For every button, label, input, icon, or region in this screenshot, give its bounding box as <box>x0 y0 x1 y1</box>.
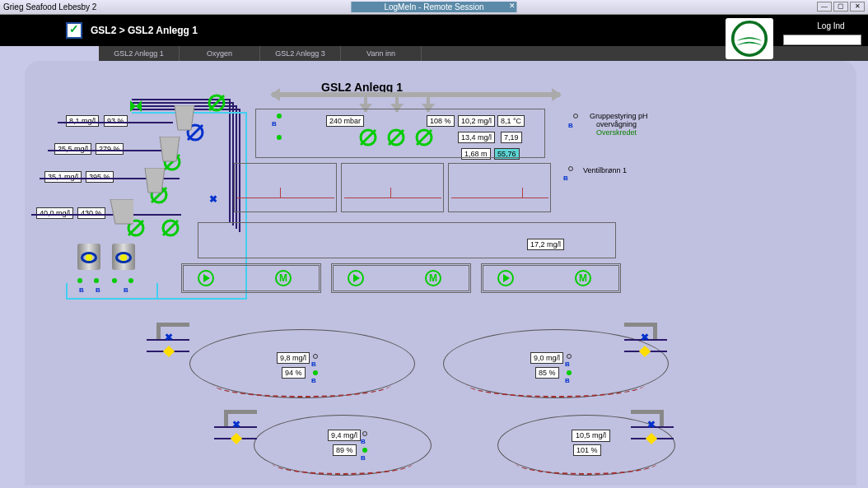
hopper-icon <box>107 199 133 232</box>
pump-icon[interactable] <box>348 270 364 286</box>
tank3-mgl: 9,4 mg/l <box>328 430 361 441</box>
svg-marker-24 <box>110 199 133 224</box>
svg-marker-26 <box>203 274 210 282</box>
group-label-1: Gruppestyring pH <box>590 112 648 120</box>
tank1-pct: 94 % <box>282 367 306 379</box>
group-label-2: overvågning <box>596 120 637 128</box>
tab-anlegg1[interactable]: GSL2 Anlegg 1 <box>99 46 180 61</box>
company-logo <box>726 18 773 59</box>
oval-tank <box>189 329 415 398</box>
tab-anlegg3[interactable]: GSL2 Anlegg 3 <box>260 46 341 61</box>
b-icon: B <box>79 286 84 294</box>
group-label-3: Overskredet <box>596 128 637 137</box>
svg-text:M: M <box>429 272 437 284</box>
b-icon: B <box>563 174 568 182</box>
tank4-pct: 101 % <box>573 444 601 456</box>
status-dot-icon <box>362 448 367 453</box>
reading-pct-3: 395 % <box>86 171 114 183</box>
motor-icon[interactable]: M <box>425 270 441 286</box>
reading-bottom-mgl: 17,2 mg/l <box>527 239 564 250</box>
level-line <box>522 188 523 198</box>
b-icon: B <box>96 286 100 294</box>
valve-icon[interactable] <box>130 100 142 112</box>
reading-mgl-2: 25,5 mg/l <box>54 143 91 155</box>
tank1-mgl: 9,8 mg/l <box>277 352 310 364</box>
status-dot-icon <box>112 278 117 283</box>
level-line <box>451 198 548 198</box>
svg-marker-30 <box>353 274 360 282</box>
login-button[interactable]: Log Ind <box>802 20 860 33</box>
pump-icon[interactable] <box>497 270 514 286</box>
level-line <box>280 188 281 198</box>
status-icon <box>362 431 367 436</box>
reading-pct-1: 93 % <box>104 115 128 127</box>
cylinder-tank <box>77 244 100 273</box>
window-title: Grieg Seafood Lebesby 2 <box>3 2 96 12</box>
svg-marker-22 <box>160 137 180 161</box>
reading-pct-4: 430 % <box>77 207 105 219</box>
svg-marker-2 <box>136 100 142 112</box>
pump-icon[interactable] <box>198 270 214 286</box>
hopper-icon <box>156 137 183 170</box>
tank2-pct: 85 % <box>535 367 559 379</box>
status-dot-icon <box>128 278 133 283</box>
actuator-icon[interactable] <box>208 94 226 112</box>
scada-canvas: GSL2 Anlegg 1 8,1 mg/l 93 % 25,5 mg/l 27… <box>25 61 856 486</box>
pipe <box>229 99 231 222</box>
svg-text:M: M <box>279 272 287 284</box>
level-line <box>344 198 441 198</box>
hopper-icon <box>142 168 168 201</box>
svg-marker-21 <box>175 105 194 130</box>
basin-block <box>341 163 444 212</box>
level-line <box>237 198 334 198</box>
minimize-button[interactable]: — <box>817 2 832 12</box>
hopper-icon <box>171 105 198 138</box>
status-dot-icon <box>313 370 318 375</box>
level-line <box>390 188 391 198</box>
maximize-button[interactable]: ▢ <box>833 2 848 12</box>
svg-marker-1 <box>130 100 136 112</box>
pipe <box>66 283 68 300</box>
status-icon <box>568 166 573 171</box>
login-input[interactable] <box>783 35 861 45</box>
status-dot-icon <box>77 278 82 283</box>
close-session-icon[interactable]: ✕ <box>509 2 516 10</box>
svg-marker-34 <box>503 274 510 282</box>
tank4-mgl: 10,5 mg/l <box>572 430 610 442</box>
close-button[interactable]: ✕ <box>850 2 865 12</box>
motor-icon[interactable]: M <box>275 270 292 286</box>
reading-mgl-1: 8,1 mg/l <box>66 115 99 127</box>
b-icon: B <box>311 377 316 384</box>
status-icon <box>567 354 572 359</box>
remote-session-badge: LogMeIn - Remote Session ✕ <box>351 2 516 12</box>
svg-text:M: M <box>579 272 587 284</box>
reading-mgl-4: 40,0 mg/l <box>36 207 73 219</box>
reading-mgl-3: 35,1 mg/l <box>44 171 82 183</box>
tank3-pct: 89 % <box>333 444 357 456</box>
cylinder-tank <box>112 244 135 273</box>
pipe <box>31 214 181 216</box>
b-icon: B <box>565 360 570 368</box>
status-dot-icon <box>94 278 99 283</box>
b-icon: B <box>568 122 573 129</box>
valve-closed-icon[interactable]: ✖ <box>209 196 217 204</box>
vent-label: Ventilbrønn 1 <box>583 166 627 174</box>
motor-icon[interactable]: M <box>575 270 591 286</box>
tank2-mgl: 9,0 mg/l <box>530 352 563 364</box>
b-icon: B <box>124 286 128 294</box>
actuator-icon[interactable] <box>161 219 180 237</box>
pipe <box>156 283 158 300</box>
status-icon <box>313 354 318 359</box>
b-icon: B <box>361 454 366 462</box>
basin-block <box>234 163 337 212</box>
app-icon <box>66 22 82 39</box>
breadcrumb: GSL2 > GSL2 Anlegg 1 <box>91 25 198 36</box>
reading-pct-2: 279 % <box>96 143 124 155</box>
basin-block <box>448 163 551 212</box>
status-dot-icon <box>567 370 572 375</box>
tab-vanninn[interactable]: Vann inn <box>341 46 422 61</box>
tab-oxygen[interactable]: Oxygen <box>180 46 260 61</box>
chamber-block <box>255 109 545 158</box>
status-icon <box>573 114 578 119</box>
pipe <box>58 122 173 123</box>
